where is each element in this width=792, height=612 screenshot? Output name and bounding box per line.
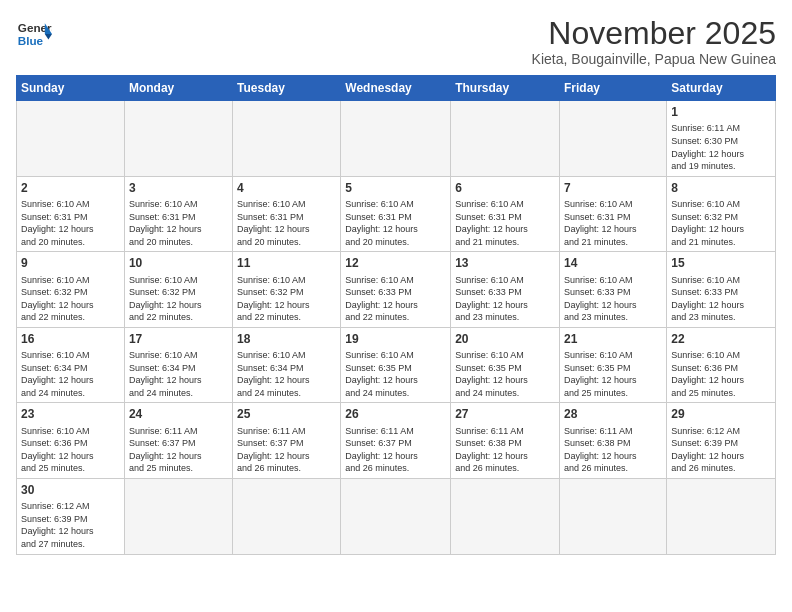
day-info: Sunrise: 6:10 AM Sunset: 6:33 PM Dayligh… — [671, 274, 771, 324]
calendar-cell: 6Sunrise: 6:10 AM Sunset: 6:31 PM Daylig… — [451, 176, 560, 252]
calendar-table: SundayMondayTuesdayWednesdayThursdayFrid… — [16, 75, 776, 554]
day-number: 2 — [21, 180, 120, 196]
day-number: 24 — [129, 406, 228, 422]
day-info: Sunrise: 6:10 AM Sunset: 6:36 PM Dayligh… — [671, 349, 771, 399]
calendar-cell: 7Sunrise: 6:10 AM Sunset: 6:31 PM Daylig… — [560, 176, 667, 252]
day-number: 17 — [129, 331, 228, 347]
calendar-cell: 16Sunrise: 6:10 AM Sunset: 6:34 PM Dayli… — [17, 327, 125, 403]
day-info: Sunrise: 6:11 AM Sunset: 6:30 PM Dayligh… — [671, 122, 771, 172]
day-info: Sunrise: 6:10 AM Sunset: 6:32 PM Dayligh… — [237, 274, 336, 324]
calendar-cell — [560, 479, 667, 555]
day-info: Sunrise: 6:10 AM Sunset: 6:32 PM Dayligh… — [21, 274, 120, 324]
calendar-cell: 24Sunrise: 6:11 AM Sunset: 6:37 PM Dayli… — [124, 403, 232, 479]
day-number: 16 — [21, 331, 120, 347]
day-info: Sunrise: 6:10 AM Sunset: 6:33 PM Dayligh… — [455, 274, 555, 324]
month-title: November 2025 — [532, 16, 776, 51]
day-number: 18 — [237, 331, 336, 347]
weekday-header-thursday: Thursday — [451, 76, 560, 101]
calendar-cell: 28Sunrise: 6:11 AM Sunset: 6:38 PM Dayli… — [560, 403, 667, 479]
day-info: Sunrise: 6:10 AM Sunset: 6:33 PM Dayligh… — [345, 274, 446, 324]
calendar-cell: 23Sunrise: 6:10 AM Sunset: 6:36 PM Dayli… — [17, 403, 125, 479]
day-number: 27 — [455, 406, 555, 422]
subtitle: Kieta, Bougainville, Papua New Guinea — [532, 51, 776, 67]
calendar-cell — [451, 479, 560, 555]
calendar-week-1: 2Sunrise: 6:10 AM Sunset: 6:31 PM Daylig… — [17, 176, 776, 252]
calendar-cell: 21Sunrise: 6:10 AM Sunset: 6:35 PM Dayli… — [560, 327, 667, 403]
weekday-header-wednesday: Wednesday — [341, 76, 451, 101]
day-info: Sunrise: 6:10 AM Sunset: 6:32 PM Dayligh… — [671, 198, 771, 248]
day-number: 14 — [564, 255, 662, 271]
calendar-cell: 20Sunrise: 6:10 AM Sunset: 6:35 PM Dayli… — [451, 327, 560, 403]
svg-text:Blue: Blue — [18, 34, 44, 47]
calendar-cell: 1Sunrise: 6:11 AM Sunset: 6:30 PM Daylig… — [667, 101, 776, 177]
day-info: Sunrise: 6:12 AM Sunset: 6:39 PM Dayligh… — [21, 500, 120, 550]
day-number: 9 — [21, 255, 120, 271]
day-info: Sunrise: 6:10 AM Sunset: 6:31 PM Dayligh… — [345, 198, 446, 248]
calendar-cell: 14Sunrise: 6:10 AM Sunset: 6:33 PM Dayli… — [560, 252, 667, 328]
calendar-week-4: 23Sunrise: 6:10 AM Sunset: 6:36 PM Dayli… — [17, 403, 776, 479]
day-info: Sunrise: 6:11 AM Sunset: 6:37 PM Dayligh… — [237, 425, 336, 475]
calendar-cell: 30Sunrise: 6:12 AM Sunset: 6:39 PM Dayli… — [17, 479, 125, 555]
title-section: November 2025 Kieta, Bougainville, Papua… — [532, 16, 776, 67]
day-info: Sunrise: 6:10 AM Sunset: 6:31 PM Dayligh… — [21, 198, 120, 248]
calendar-cell: 27Sunrise: 6:11 AM Sunset: 6:38 PM Dayli… — [451, 403, 560, 479]
weekday-header-tuesday: Tuesday — [233, 76, 341, 101]
calendar-cell: 10Sunrise: 6:10 AM Sunset: 6:32 PM Dayli… — [124, 252, 232, 328]
calendar-cell: 4Sunrise: 6:10 AM Sunset: 6:31 PM Daylig… — [233, 176, 341, 252]
calendar-cell — [560, 101, 667, 177]
calendar-week-0: 1Sunrise: 6:11 AM Sunset: 6:30 PM Daylig… — [17, 101, 776, 177]
day-number: 28 — [564, 406, 662, 422]
calendar-cell: 9Sunrise: 6:10 AM Sunset: 6:32 PM Daylig… — [17, 252, 125, 328]
weekday-header-monday: Monday — [124, 76, 232, 101]
day-number: 7 — [564, 180, 662, 196]
calendar-cell: 8Sunrise: 6:10 AM Sunset: 6:32 PM Daylig… — [667, 176, 776, 252]
day-info: Sunrise: 6:11 AM Sunset: 6:37 PM Dayligh… — [345, 425, 446, 475]
day-number: 30 — [21, 482, 120, 498]
day-number: 20 — [455, 331, 555, 347]
day-info: Sunrise: 6:12 AM Sunset: 6:39 PM Dayligh… — [671, 425, 771, 475]
logo-icon: General Blue — [16, 16, 52, 52]
logo: General Blue — [16, 16, 52, 52]
day-info: Sunrise: 6:10 AM Sunset: 6:31 PM Dayligh… — [564, 198, 662, 248]
day-info: Sunrise: 6:10 AM Sunset: 6:33 PM Dayligh… — [564, 274, 662, 324]
calendar-cell: 19Sunrise: 6:10 AM Sunset: 6:35 PM Dayli… — [341, 327, 451, 403]
day-number: 13 — [455, 255, 555, 271]
day-number: 3 — [129, 180, 228, 196]
calendar-cell: 2Sunrise: 6:10 AM Sunset: 6:31 PM Daylig… — [17, 176, 125, 252]
calendar-cell: 29Sunrise: 6:12 AM Sunset: 6:39 PM Dayli… — [667, 403, 776, 479]
calendar-cell: 18Sunrise: 6:10 AM Sunset: 6:34 PM Dayli… — [233, 327, 341, 403]
calendar-cell: 11Sunrise: 6:10 AM Sunset: 6:32 PM Dayli… — [233, 252, 341, 328]
day-info: Sunrise: 6:10 AM Sunset: 6:35 PM Dayligh… — [455, 349, 555, 399]
weekday-header-sunday: Sunday — [17, 76, 125, 101]
day-info: Sunrise: 6:10 AM Sunset: 6:34 PM Dayligh… — [129, 349, 228, 399]
calendar-cell — [451, 101, 560, 177]
page: General Blue November 2025 Kieta, Bougai… — [0, 0, 792, 612]
calendar-cell — [667, 479, 776, 555]
day-number: 8 — [671, 180, 771, 196]
calendar-cell: 12Sunrise: 6:10 AM Sunset: 6:33 PM Dayli… — [341, 252, 451, 328]
calendar-week-3: 16Sunrise: 6:10 AM Sunset: 6:34 PM Dayli… — [17, 327, 776, 403]
calendar-cell: 3Sunrise: 6:10 AM Sunset: 6:31 PM Daylig… — [124, 176, 232, 252]
weekday-header-saturday: Saturday — [667, 76, 776, 101]
calendar-cell: 26Sunrise: 6:11 AM Sunset: 6:37 PM Dayli… — [341, 403, 451, 479]
calendar-cell — [233, 479, 341, 555]
weekday-header-row: SundayMondayTuesdayWednesdayThursdayFrid… — [17, 76, 776, 101]
day-number: 12 — [345, 255, 446, 271]
calendar-cell — [233, 101, 341, 177]
calendar-cell — [341, 479, 451, 555]
day-info: Sunrise: 6:10 AM Sunset: 6:35 PM Dayligh… — [564, 349, 662, 399]
calendar-cell — [124, 479, 232, 555]
svg-marker-3 — [45, 34, 52, 39]
day-info: Sunrise: 6:10 AM Sunset: 6:31 PM Dayligh… — [455, 198, 555, 248]
day-number: 5 — [345, 180, 446, 196]
day-number: 11 — [237, 255, 336, 271]
day-number: 29 — [671, 406, 771, 422]
calendar-week-5: 30Sunrise: 6:12 AM Sunset: 6:39 PM Dayli… — [17, 479, 776, 555]
calendar-cell: 17Sunrise: 6:10 AM Sunset: 6:34 PM Dayli… — [124, 327, 232, 403]
day-info: Sunrise: 6:11 AM Sunset: 6:38 PM Dayligh… — [564, 425, 662, 475]
day-number: 19 — [345, 331, 446, 347]
calendar-cell — [124, 101, 232, 177]
day-number: 1 — [671, 104, 771, 120]
day-info: Sunrise: 6:10 AM Sunset: 6:31 PM Dayligh… — [129, 198, 228, 248]
day-number: 6 — [455, 180, 555, 196]
